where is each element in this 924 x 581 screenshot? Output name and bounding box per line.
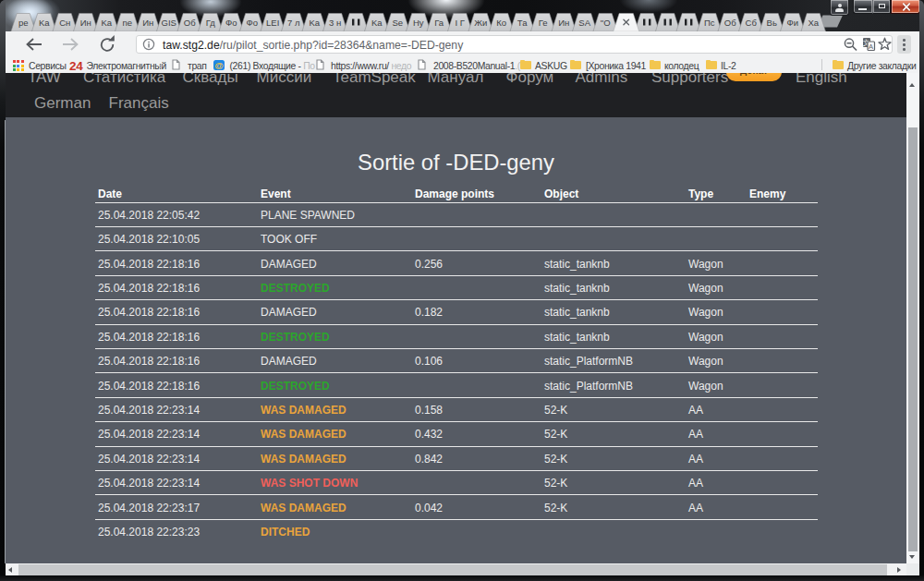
svg-text:Жи: Жи bbox=[474, 18, 487, 28]
svg-text:Пс: Пс bbox=[704, 18, 715, 28]
svg-text:Га: Га bbox=[434, 18, 444, 28]
svg-text:Гд: Гд bbox=[206, 18, 216, 28]
svg-text:Сн: Сн bbox=[59, 18, 70, 28]
svg-text:Сб: Сб bbox=[746, 18, 758, 28]
svg-text:Ну: Ну bbox=[413, 18, 424, 28]
svg-text:Ka: Ka bbox=[39, 18, 50, 28]
svg-text:Фо: Фо bbox=[246, 18, 258, 28]
svg-text:I Г: I Г bbox=[455, 18, 464, 28]
svg-text:Ka: Ka bbox=[371, 18, 383, 28]
svg-text:A: A bbox=[869, 42, 873, 51]
svg-text:Вь: Вь bbox=[767, 18, 777, 28]
svg-text:Ин: Ин bbox=[80, 18, 91, 28]
svg-text:LEI: LEI bbox=[266, 18, 279, 28]
svg-text:Фи: Фи bbox=[786, 18, 798, 28]
svg-text:3 н: 3 н bbox=[329, 18, 341, 28]
svg-text:Ге: Ге bbox=[539, 18, 548, 28]
svg-text:ne: ne bbox=[122, 18, 132, 28]
svg-text:Об: Об bbox=[184, 18, 196, 28]
svg-text:Ka: Ka bbox=[309, 18, 320, 28]
svg-text:Ко: Ко bbox=[496, 18, 506, 28]
svg-text:Ин: Ин bbox=[558, 18, 569, 28]
svg-text:Та: Та bbox=[517, 18, 528, 28]
svg-text:Ха: Ха bbox=[808, 18, 819, 28]
svg-text:Фо: Фо bbox=[225, 18, 237, 28]
svg-text:7 л: 7 л bbox=[287, 18, 299, 28]
svg-text:Ka: Ka bbox=[101, 18, 112, 28]
svg-text:SA: SA bbox=[578, 18, 590, 28]
svg-text:Об: Об bbox=[724, 18, 736, 28]
svg-text:Ин: Ин bbox=[142, 18, 153, 28]
svg-text:Se: Se bbox=[392, 18, 403, 28]
svg-text:"О: "О bbox=[601, 18, 611, 28]
svg-text:pe: pe bbox=[18, 18, 29, 28]
svg-text:GIS: GIS bbox=[162, 18, 176, 28]
